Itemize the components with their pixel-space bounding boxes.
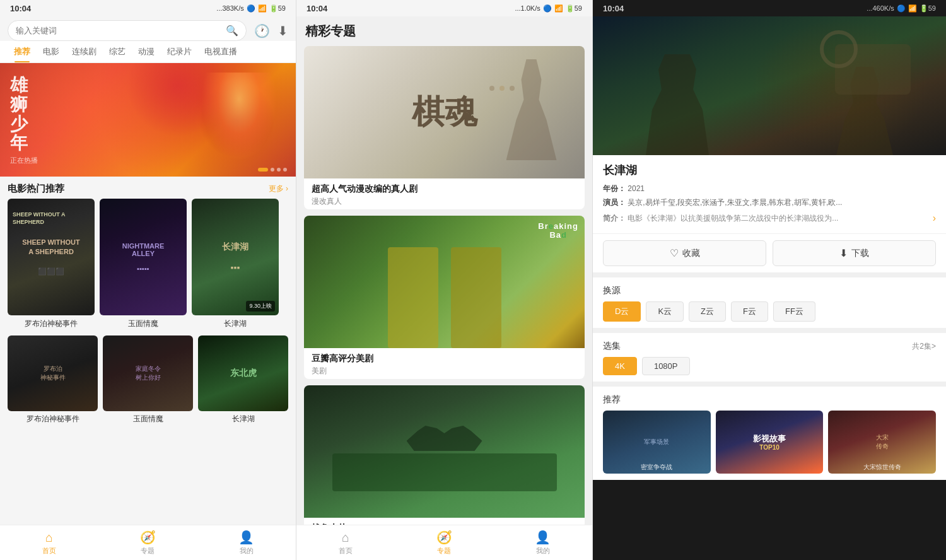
movie-name-2: 玉面情魔	[100, 318, 187, 329]
nav-mine-label-middle: 我的	[536, 546, 550, 556]
movie-card-2[interactable]: NIGHTMAREALLEY▪▪▪▪▪ 玉面情魔	[100, 199, 187, 329]
middle-header: 精彩专题	[296, 16, 592, 46]
war-poster	[304, 385, 585, 518]
download-label: 下载	[851, 248, 869, 259]
episode-4k[interactable]: 4K	[603, 357, 637, 375]
nav-home-left[interactable]: ⌂ 首页	[0, 530, 98, 556]
action-buttons: ♡ 收藏 ⬇ 下载	[593, 233, 946, 272]
source-section: 换源 D云 K云 Z云 F云 FF云	[593, 272, 946, 328]
movie-grid: SHEEP WITHOUTA SHEPHERD⬛⬛⬛ 罗布泊神秘事件 NIGHT…	[0, 199, 296, 335]
source-dyun[interactable]: D云	[603, 301, 641, 322]
chess-poster: 棋魂	[304, 46, 585, 178]
recommend-grid: 军事场景 密室争夺战 影视故事 TOP10 大宋传奇	[603, 411, 936, 474]
bb-desc: 豆瓣高评分美剧 美剧	[304, 348, 585, 379]
nav-home-middle[interactable]: ⌂ 首页	[296, 530, 395, 556]
recommend-label: 推荐	[603, 394, 936, 405]
featured-icon-left: 🧭	[140, 530, 156, 545]
featured-war-card[interactable]: 战争大片 动作战争	[304, 385, 585, 525]
tab-recommend[interactable]: 推荐	[8, 41, 37, 62]
nav-home-label-middle: 首页	[339, 546, 353, 556]
movie-row-2: 罗布泊神秘事件 罗布泊神秘事件 家庭冬令树上你好 玉面情魔 东北虎 长津湖	[0, 335, 296, 431]
tab-movie[interactable]: 电影	[37, 41, 66, 62]
status-bar-right: 10:04 ...460K/s 🔵 📶 🔋59	[593, 0, 946, 16]
source-ffyun[interactable]: FF云	[773, 301, 815, 322]
middle-page-title: 精彩专题	[305, 23, 583, 40]
download-button[interactable]: ⬇ 下载	[773, 240, 936, 266]
movie-card-4[interactable]: 罗布泊神秘事件 罗布泊神秘事件	[8, 335, 98, 424]
episode-count: 共2集>	[912, 341, 936, 352]
hot-movies-title: 电影热门推荐	[8, 183, 64, 195]
history-icon[interactable]: 🕐	[254, 23, 270, 38]
tab-variety[interactable]: 综艺	[103, 41, 132, 62]
movie-card-1[interactable]: SHEEP WITHOUTA SHEPHERD⬛⬛⬛ 罗布泊神秘事件	[8, 199, 95, 329]
featured-bb-card[interactable]: Breaking Bad 豆瓣高评分美剧 美剧	[304, 216, 585, 379]
hot-movies-header: 电影热门推荐 更多 ›	[0, 177, 296, 199]
left-content: 雄狮少年 正在热播 电影热门推荐 更多 › SHEEP	[0, 63, 296, 517]
download-icon-btn: ⬇	[839, 247, 848, 259]
status-time-right: 10:04	[603, 4, 624, 13]
nav-featured-label-left: 专题	[141, 546, 155, 556]
middle-panel: 10:04 ...1.0K/s 🔵 📶 🔋59 精彩专题 棋魂	[296, 0, 593, 560]
heart-icon: ♡	[670, 247, 679, 259]
chess-title: 超高人气动漫改编的真人剧	[312, 184, 577, 195]
nav-home-label-left: 首页	[42, 546, 56, 556]
movie-info: 长津湖 年份： 2021 演员： 吴京,易烊千玺,段奕宏,张涵予,朱亚文,李晨,…	[593, 155, 946, 233]
source-zyun[interactable]: Z云	[689, 301, 726, 322]
bottom-movie-name-3: 长津湖	[198, 414, 288, 424]
nav-mine-left[interactable]: 👤 我的	[197, 530, 296, 556]
source-kyun[interactable]: K云	[646, 301, 684, 322]
hero-subtitle: 正在热播	[10, 156, 38, 165]
movie-card-3[interactable]: 长津湖▪▪▪ 9.30上映 长津湖	[192, 199, 279, 329]
featured-chess-card[interactable]: 棋魂 超高人气动漫改编的真人剧 漫改真人	[304, 46, 585, 209]
right-content: 长津湖 年份： 2021 演员： 吴京,易烊千玺,段奕宏,张涵予,朱亚文,李晨,…	[593, 16, 946, 560]
search-input[interactable]	[16, 26, 221, 35]
bb-logo-text: Breaking Bad	[538, 222, 578, 240]
movie-card-5[interactable]: 家庭冬令树上你好 玉面情魔	[103, 335, 193, 424]
tab-series[interactable]: 连续剧	[66, 41, 103, 62]
status-bar-left: 10:04 ...383K/s 🔵 📶 🔋59	[0, 0, 296, 16]
tab-documentary[interactable]: 纪录片	[161, 41, 198, 62]
status-icons-left: ...383K/s 🔵 📶 🔋59	[216, 4, 286, 13]
movie-card-6[interactable]: 东北虎 长津湖	[198, 335, 288, 424]
nav-mine-label-left: 我的	[240, 546, 254, 556]
poster-2: NIGHTMAREALLEY▪▪▪▪▪	[100, 199, 187, 315]
hero-banner[interactable]: 雄狮少年 正在热播	[0, 63, 296, 177]
collect-button[interactable]: ♡ 收藏	[603, 240, 766, 266]
status-bar-middle: 10:04 ...1.0K/s 🔵 📶 🔋59	[296, 0, 592, 16]
nav-tabs: 推荐 电影 连续剧 综艺 动漫 纪录片 电视直播	[0, 41, 296, 63]
rec-label-3: 大宋惊世传奇	[831, 464, 933, 471]
download-icon[interactable]: ⬇	[277, 23, 288, 38]
search-icon[interactable]: 🔍	[226, 25, 238, 37]
tab-anime[interactable]: 动漫	[132, 41, 161, 62]
nav-featured-middle[interactable]: 🧭 专题	[395, 530, 493, 556]
rec-card-3[interactable]: 大宋传奇 大宋惊世传奇	[828, 411, 936, 474]
search-bar[interactable]: 🔍	[8, 20, 247, 41]
episode-section: 选集 共2集> 4K 1080P	[593, 328, 946, 382]
more-button[interactable]: 更多 ›	[269, 184, 288, 194]
nav-mine-middle[interactable]: 👤 我的	[494, 530, 592, 556]
mine-icon-left: 👤	[238, 530, 254, 545]
collect-label: 收藏	[682, 248, 700, 259]
home-icon-middle: ⌂	[342, 530, 349, 545]
bb-title: 豆瓣高评分美剧	[312, 353, 577, 365]
rec-card-2[interactable]: 影视故事 TOP10	[716, 411, 824, 474]
middle-content: 棋魂 超高人气动漫改编的真人剧 漫改真人	[296, 46, 592, 525]
movie-year: 年份： 2021	[603, 183, 936, 194]
episode-header: 选集 共2集>	[603, 341, 936, 352]
episode-1080p[interactable]: 1080P	[642, 357, 690, 375]
bottom-movie-name-2: 玉面情魔	[103, 414, 193, 424]
rec-card-1[interactable]: 军事场景 密室争夺战	[603, 411, 711, 474]
desc-expand-arrow[interactable]: ›	[933, 211, 936, 226]
video-player[interactable]	[593, 16, 946, 155]
left-panel: 10:04 ...383K/s 🔵 📶 🔋59 🔍 🕐 ⬇ 推荐 电影 连续剧 …	[0, 0, 296, 560]
episode-label: 选集	[603, 341, 621, 352]
source-fyun[interactable]: F云	[731, 301, 768, 322]
source-chips: D云 K云 Z云 F云 FF云	[603, 301, 936, 322]
bottom-movie-name-1: 罗布泊神秘事件	[8, 414, 98, 424]
movie-name-1: 罗布泊神秘事件	[8, 318, 95, 329]
tab-live[interactable]: 电视直播	[198, 41, 243, 62]
poster-3: 长津湖▪▪▪ 9.30上映	[192, 199, 279, 315]
status-icons-right: ...460K/s 🔵 📶 🔋59	[867, 4, 936, 13]
nav-featured-left[interactable]: 🧭 专题	[98, 530, 197, 556]
bb-poster: Breaking Bad	[304, 216, 585, 348]
